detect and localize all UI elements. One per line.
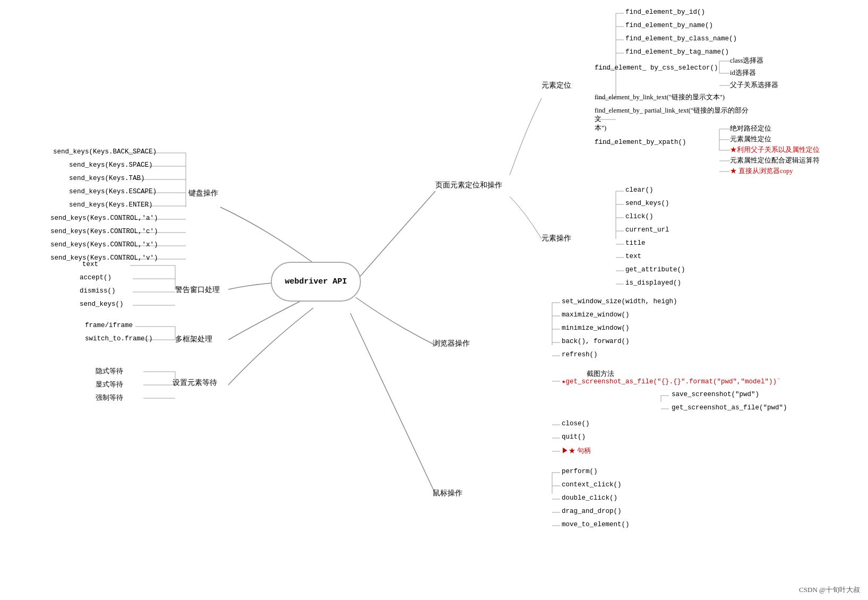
branch-liulanqi: 浏览器操作 [433, 339, 470, 348]
leaf-ctrl-c: send_keys(Keys.CONTROL,'c') [50, 228, 158, 235]
leaf-tab: send_keys(Keys.TAB) [69, 175, 145, 182]
leaf-backspace: send_keys(Keys.BACK_SPACE) [53, 148, 157, 156]
leaf-jubing: ▶★ 句柄 [562, 447, 591, 456]
leaf-close: close() [562, 420, 590, 427]
leaf-css-class: class选择器 [730, 56, 763, 65]
leaf-text: text [625, 253, 641, 260]
leaf-alert-text: text [82, 261, 98, 268]
branch-duokuang: 多框架处理 [175, 335, 212, 344]
leaf-alert-sendkeys: send_keys() [80, 301, 124, 308]
leaf-quit: quit() [562, 433, 586, 441]
leaf-space: send_keys(Keys.SPACE) [69, 161, 153, 169]
leaf-double-click: double_click() [562, 494, 617, 502]
leaf-perform: perform() [562, 468, 598, 475]
leaf-get-attr: get_attribute() [625, 266, 685, 273]
branch-dengdai: 设置元素等待 [173, 378, 217, 388]
connection-lines [0, 0, 868, 600]
sub-branch-yuansu-dingwei: 元素定位 [542, 81, 571, 90]
leaf-escape: send_keys(Keys.ESCAPE) [69, 188, 157, 195]
leaf-enter: send_keys(Keys.ENTER) [69, 201, 153, 209]
center-label: webdriver API [285, 277, 347, 286]
leaf-implicit-wait: 隐式等待 [96, 367, 123, 376]
leaf-xpath-parent-attr: ★利用父子关系以及属性定位 [730, 145, 820, 155]
leaf-current-url: current_url [625, 226, 669, 234]
leaf-maximize: maximize_window() [562, 311, 630, 319]
leaf-save-screenshot: save_screenshot("pwd") [672, 391, 759, 398]
leaf-title: title [625, 239, 646, 247]
leaf-switch-frame: switch_to.frame() [85, 335, 153, 342]
branch-shubiao: 鼠标操作 [433, 488, 462, 498]
leaf-send-keys: send_keys() [625, 200, 669, 207]
leaf-xpath-logic: 元素属性定位配合逻辑运算符 [730, 156, 820, 165]
leaf-find-by-css: find_element_ by_css_selector() [595, 64, 718, 72]
leaf-context-click: context_click() [562, 481, 622, 488]
watermark: CSDN @十旬叶大叔 [799, 585, 860, 595]
leaf-ctrl-x: send_keys(Keys.CONTROL,'x') [50, 241, 158, 248]
mindmap: webdriver API 页面元素定位和操作 元素定位 find_elemen… [0, 0, 868, 600]
leaf-back-forward: back(), forward() [562, 338, 630, 345]
leaf-force-wait: 强制等待 [96, 393, 123, 402]
leaf-clear: clear() [625, 186, 654, 194]
leaf-click: click() [625, 213, 654, 220]
leaf-find-by-tag: find_element_by_tag_name() [625, 48, 729, 56]
branch-jinggao: 警告窗口处理 [175, 285, 220, 295]
leaf-refresh: refresh() [562, 351, 598, 358]
leaf-dismiss: dismiss() [80, 287, 116, 295]
leaf-find-by-id: find_element_by_id() [625, 8, 705, 16]
leaf-css-id: id选择器 [730, 68, 756, 78]
branch-label-yuansu: 页面元素定位和操作 [435, 181, 502, 189]
leaf-find-by-name: find_element_by_name() [625, 22, 713, 29]
leaf-get-screenshot: get_screenshot_as_file("pwd") [672, 404, 787, 412]
branch-yuansu-dingwei: 页面元素定位和操作 [435, 181, 502, 190]
sub-branch-yuansu-caozuo: 元素操作 [542, 234, 571, 243]
leaf-minimize: minimize_window() [562, 324, 630, 332]
branch-jianpan: 键盘操作 [188, 188, 218, 198]
leaf-ctrl-v: send_keys(Keys.CONTROL,'v') [50, 254, 158, 262]
leaf-xpath-browser-copy: ★ 直接从浏览器copy [730, 167, 793, 176]
leaf-find-by-xpath: find_element_by_xpath() [595, 139, 686, 146]
leaf-is-displayed: is_displayed() [625, 279, 681, 287]
leaf-ctrl-a: send_keys(Keys.CONTROL,'a') [50, 215, 158, 222]
leaf-move-to: move_to_element() [562, 521, 630, 528]
leaf-drag-drop: drag_and_drop() [562, 508, 622, 515]
leaf-find-by-link: find_element_by_link_text("链接的显示文本") [595, 93, 725, 102]
leaf-xpath-attr: 元素属性定位 [730, 135, 771, 144]
leaf-set-window-size: set_window_size(width, heigh) [562, 298, 677, 305]
leaf-screenshot-format: ★get_screenshot_as_file("{}.{}".format("… [562, 377, 781, 385]
leaf-explicit-wait: 显式等待 [96, 380, 123, 389]
leaf-accept: accept() [80, 274, 111, 281]
leaf-iframe: frame/iframe [85, 322, 133, 329]
leaf-xpath-abs: 绝对路径定位 [730, 124, 771, 133]
leaf-css-parent: 父子关系选择器 [730, 81, 778, 90]
center-node: webdriver API [271, 262, 361, 302]
leaf-find-by-class: find_element_by_class_name() [625, 35, 737, 42]
